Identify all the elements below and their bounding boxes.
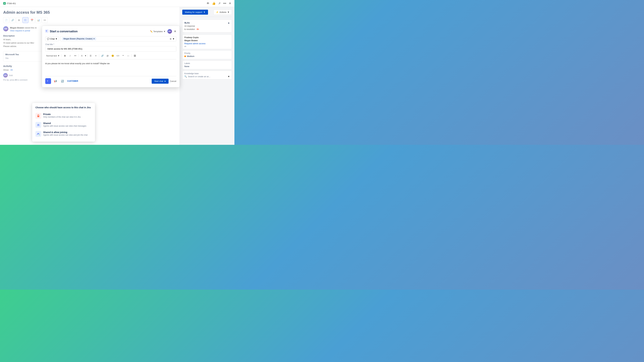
ticket-id: ITSM-451: [7, 2, 16, 5]
conversation-title-text: Start a conversation: [50, 30, 78, 33]
first-response-label: rst response: [184, 25, 195, 27]
reporter-name: Megan Bowen: [10, 26, 24, 29]
reporter-avatar: MB: [3, 26, 8, 31]
status-button[interactable]: Waiting for support ▼: [182, 10, 208, 15]
svg-point-7: [37, 124, 38, 125]
image-button[interactable]: 🖼: [132, 53, 137, 58]
svg-text:T: T: [46, 30, 47, 32]
knowledge-base-field: Knowledge base 🔍 Search or create an ar.…: [182, 71, 232, 79]
dash-button[interactable]: —: [126, 53, 130, 58]
chat-type-dropdown[interactable]: 💬 Chat ▼: [45, 36, 59, 41]
priority-value-row: Medium: [184, 55, 230, 57]
actions-lightning-icon: ⚡: [216, 11, 218, 13]
shared-join-desc: Agents with issue access can view and jo…: [43, 134, 88, 136]
person1: Pradeep Gupta: [184, 36, 230, 39]
more-format-button[interactable]: •••: [73, 53, 78, 58]
toolbar-spreadsheet-btn[interactable]: 📊: [36, 17, 41, 23]
sla-section: SLAs ▲ rst response to resolution 8h: [182, 19, 232, 32]
labels-label: Labels: [184, 62, 230, 64]
numbered-list-button[interactable]: ≡: [94, 53, 98, 58]
mention-button[interactable]: @: [105, 53, 110, 58]
shared-join-text: Shared & allow joining Agents with issue…: [43, 131, 88, 136]
toolbar-calendar-btn[interactable]: 📅: [29, 17, 35, 23]
priority-dot-icon: [184, 55, 186, 57]
templates-label: Templates: [153, 30, 163, 33]
toolbar-link-btn[interactable]: 🔗: [10, 17, 16, 23]
bullet-list-button[interactable]: ☰: [88, 53, 93, 58]
shared-join-title: Shared & allow joining: [43, 131, 88, 134]
chat-type-label: Chat: [50, 38, 54, 40]
add-comment-placeholder[interactable]: Add: [9, 74, 13, 77]
conversation-close-button[interactable]: ✕: [174, 29, 176, 33]
toolbar-document-btn[interactable]: 📄: [3, 17, 9, 23]
show-label: Show:: [3, 69, 9, 71]
recipient-chip: Megan Bowen (Reporter, Creator) ✕: [62, 37, 96, 40]
recipient-name: Megan Bowen (Reporter, Creator): [64, 38, 92, 40]
shared-join-icon: [36, 131, 41, 137]
message-text-area[interactable]: ld you please let me know what exactly y…: [45, 61, 176, 73]
labels-field: Labels None: [182, 60, 232, 69]
ticket-ref-label: sh: [184, 45, 230, 47]
top-bar-left: ■ ITSM-451: [3, 2, 16, 5]
link-button[interactable]: 🔗: [100, 53, 105, 58]
actions-chevron-icon: ▼: [227, 11, 230, 13]
close-icon[interactable]: ✕: [229, 1, 231, 5]
quote-button[interactable]: ❝: [121, 53, 125, 58]
cancel-button[interactable]: Cancel: [170, 80, 176, 82]
toolbar-more-btn[interactable]: •••: [42, 17, 48, 23]
show-all-button[interactable]: All: [10, 69, 12, 71]
toolbar-teams-btn[interactable]: T: [22, 17, 28, 23]
more-options-icon[interactable]: •••: [223, 2, 226, 5]
text-color-button[interactable]: A: [80, 53, 84, 58]
start-chat-button[interactable]: Start chat ➤: [152, 79, 168, 84]
recipient-remove-icon[interactable]: ✕: [93, 38, 95, 40]
share-icon[interactable]: ↗: [218, 1, 220, 5]
pencil-icon: ✏️: [150, 30, 153, 33]
footer-left: T 📢 🔄 CUSTOMER: [45, 78, 78, 84]
thumbs-up-icon[interactable]: 👍: [212, 1, 216, 5]
people-section: Pradeep Gupta Megan Bowen Request admin …: [182, 34, 232, 49]
conversation-user-avatar: AG: [168, 29, 172, 34]
text-color-chevron-icon: ▼: [85, 55, 86, 57]
templates-button[interactable]: ✏️ Templates ▼: [150, 30, 166, 33]
divider1: [62, 54, 62, 57]
chat-title-input[interactable]: [45, 46, 176, 51]
access-option-shared[interactable]: Shared Agents with issue access can view…: [36, 120, 92, 129]
sla-title: SLAs ▲: [184, 21, 230, 24]
first-response-row: rst response: [184, 25, 230, 27]
bold-button[interactable]: B: [63, 53, 67, 58]
text-format-dropdown[interactable]: Normal text ▼: [45, 53, 60, 58]
divider3: [87, 54, 88, 57]
italic-button[interactable]: I: [68, 53, 72, 58]
status-chevron-icon: ▼: [203, 11, 206, 13]
access-option-private[interactable]: Private Only members of the chat can vie…: [36, 111, 92, 120]
sla-collapse-icon[interactable]: ▲: [228, 21, 230, 24]
request-link[interactable]: Request admin access: [184, 42, 230, 45]
emoji-button[interactable]: 😊: [110, 53, 115, 58]
start-chat-label: Start chat: [154, 80, 163, 82]
actions-button[interactable]: ⚡ Actions ▼: [214, 9, 232, 15]
view-request-link[interactable]: View request in portal: [10, 29, 30, 32]
code-button[interactable]: </>: [116, 53, 120, 58]
teams-footer-tab[interactable]: T: [45, 78, 51, 84]
status-label: Waiting for support: [185, 11, 202, 13]
page-title: Admin access for MS 365: [3, 10, 176, 15]
recipient-field[interactable]: Megan Bowen (Reporter, Creator) ✕ ⊗ ▼: [60, 36, 176, 41]
svg-point-9: [37, 133, 38, 134]
teams-icon: T: [45, 29, 48, 33]
toolbar: 📄 🔗 ⊞ T 📅 📊 •••: [3, 17, 176, 23]
conv-title: T Start a conversation: [45, 29, 78, 33]
priority-value: Medium: [187, 55, 194, 57]
refresh-tab[interactable]: 🔄: [60, 78, 65, 84]
text-format-label: Normal text: [46, 54, 57, 57]
announce-tab[interactable]: 📢: [52, 78, 58, 84]
access-option-shared-join[interactable]: Shared & allow joining Agents with issue…: [36, 129, 92, 138]
recipient-expand-icon[interactable]: ▼: [172, 38, 174, 40]
reporter-info: Megan Bowen raised this re View request …: [10, 26, 36, 32]
toolbar-table-btn[interactable]: ⊞: [16, 17, 22, 23]
knowledge-base-search[interactable]: 🔍 Search or create an ar... ▼: [184, 75, 230, 78]
start-chat-send-icon: ➤: [164, 80, 166, 82]
eye-icon[interactable]: 👁: [206, 2, 210, 5]
priority-field: Priority Medium: [182, 50, 232, 59]
recipient-clear-icon[interactable]: ⊗: [170, 38, 172, 40]
